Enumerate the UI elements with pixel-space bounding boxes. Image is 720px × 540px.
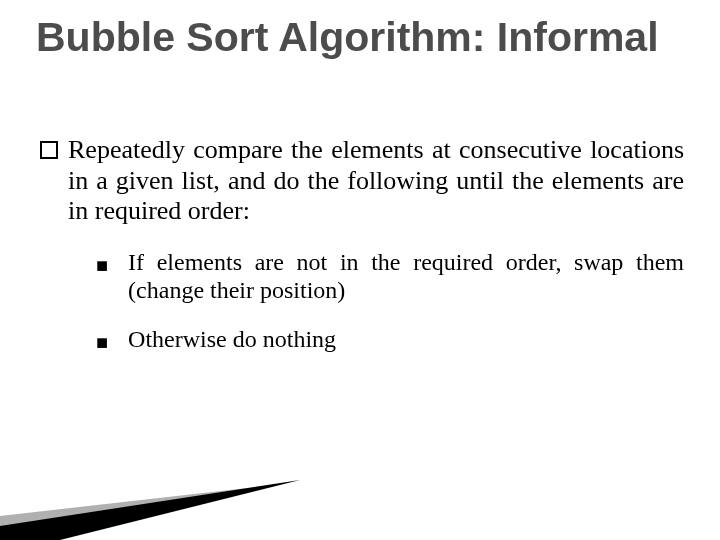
point-text: If elements are not in the required orde… <box>128 249 684 304</box>
filled-square-icon: ■ <box>96 332 108 352</box>
slide-body: Repeatedly compare the elements at conse… <box>40 135 684 376</box>
slide: Bubble Sort Algorithm: Informal Repeated… <box>0 0 720 540</box>
bullet-level2: ■ Otherwise do nothing <box>96 326 684 354</box>
slide-title: Bubble Sort Algorithm: Informal <box>36 14 684 61</box>
intro-text: Repeatedly compare the elements at conse… <box>68 135 684 227</box>
corner-decoration-icon <box>0 450 320 540</box>
bullet-level1: Repeatedly compare the elements at conse… <box>40 135 684 227</box>
point-text: Otherwise do nothing <box>128 326 336 354</box>
svg-marker-1 <box>0 480 300 540</box>
sub-bullet-list: ■ If elements are not in the required or… <box>96 249 684 354</box>
svg-marker-0 <box>0 486 264 540</box>
filled-square-icon: ■ <box>96 255 108 275</box>
bullet-level2: ■ If elements are not in the required or… <box>96 249 684 304</box>
hollow-square-icon <box>40 141 58 159</box>
